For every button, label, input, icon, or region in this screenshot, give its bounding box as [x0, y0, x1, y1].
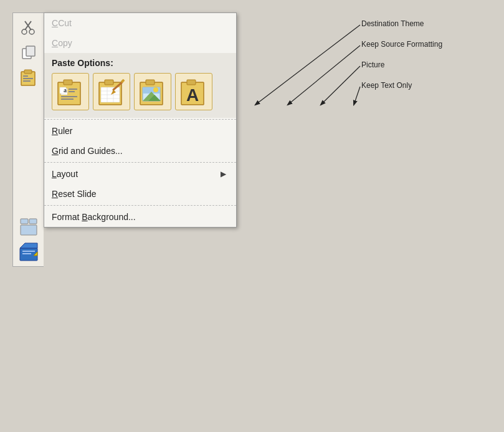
layout-menu-item[interactable]: Layout ▶ — [44, 164, 236, 184]
ruler-label: uler — [58, 126, 72, 136]
layout-arrow-icon: ▶ — [221, 170, 226, 178]
annotations-overlay: Destination Theme Keep Source Formatting… — [237, 12, 486, 262]
cut-menu-item[interactable]: CCut — [44, 13, 236, 33]
svg-text:a: a — [64, 87, 67, 94]
copy-underline: C — [52, 38, 58, 48]
cut-underline: C — [52, 18, 58, 28]
ruler-menu-item[interactable]: Ruler — [44, 121, 236, 141]
svg-rect-26 — [61, 96, 77, 97]
paste-toolbar-button[interactable] — [17, 65, 40, 89]
svg-rect-47 — [187, 80, 196, 85]
svg-rect-7 — [24, 70, 32, 74]
cut-label: Cut — [58, 18, 72, 28]
reset-label: eset Slide — [58, 189, 96, 199]
layout-text: Layout — [52, 169, 78, 179]
copy-menu-item[interactable]: Copy — [44, 33, 236, 53]
paste-options-section: Paste Options: a — [44, 53, 236, 118]
paste-keep-text-only-button[interactable]: A — [175, 73, 212, 110]
svg-line-52 — [354, 87, 360, 105]
ruler-underline: R — [52, 126, 58, 136]
layout-toolbar-button[interactable] — [17, 215, 40, 239]
svg-marker-15 — [20, 243, 37, 248]
cut-toolbar-button[interactable] — [17, 16, 40, 39]
paste-destination-theme-button[interactable]: a — [52, 73, 89, 110]
divider-1 — [44, 119, 236, 120]
annotation-keep-text: Keep Text Only — [361, 81, 412, 90]
svg-line-51 — [321, 66, 360, 105]
grid-underline: G — [52, 146, 59, 156]
grid-guides-menu-item[interactable]: Grid and Guides... — [44, 141, 236, 161]
divider-2 — [44, 162, 236, 163]
grid-label: rid and Guides... — [59, 146, 123, 156]
svg-line-49 — [255, 25, 360, 105]
reset-slide-menu-item[interactable]: Reset Slide — [44, 184, 236, 204]
svg-rect-20 — [64, 80, 72, 85]
annotation-picture: Picture — [361, 60, 385, 69]
svg-rect-12 — [29, 219, 37, 224]
svg-rect-40 — [146, 80, 155, 85]
svg-rect-27 — [61, 98, 74, 100]
format-bg-toolbar-button[interactable] — [17, 240, 40, 264]
svg-rect-16 — [22, 251, 35, 252]
svg-rect-13 — [21, 225, 37, 235]
paste-keep-source-formatting-button[interactable] — [93, 73, 130, 110]
copy-label: opy — [58, 38, 72, 48]
svg-point-45 — [153, 87, 158, 92]
svg-point-3 — [29, 29, 34, 34]
svg-line-50 — [288, 46, 360, 105]
paste-picture-button[interactable] — [134, 73, 171, 110]
svg-rect-8 — [23, 75, 28, 77]
svg-text:A: A — [186, 85, 199, 105]
svg-rect-11 — [21, 219, 28, 224]
svg-rect-9 — [23, 78, 33, 79]
context-menu-container: CCut Copy Paste Options: — [12, 12, 237, 267]
paste-icons-row: a — [52, 73, 229, 110]
copy-toolbar-button[interactable] — [17, 41, 40, 64]
annotation-destination-theme: Destination Theme — [361, 19, 424, 28]
svg-rect-17 — [22, 253, 31, 254]
svg-rect-25 — [69, 91, 75, 92]
paste-options-label: Paste Options: — [52, 58, 229, 68]
reset-underline: R — [52, 189, 58, 199]
svg-rect-24 — [69, 89, 77, 90]
annotation-keep-source: Keep Source Formatting — [361, 40, 442, 49]
format-background-menu-item[interactable]: Format Background... — [44, 207, 236, 227]
svg-rect-29 — [105, 80, 113, 85]
divider-3 — [44, 205, 236, 206]
toolbar-strip — [12, 12, 44, 267]
svg-rect-5 — [26, 46, 35, 56]
svg-rect-10 — [23, 80, 31, 82]
format-bg-text: Format Background... — [52, 212, 136, 222]
context-menu: CCut Copy Paste Options: — [44, 12, 237, 228]
svg-point-2 — [22, 29, 27, 34]
